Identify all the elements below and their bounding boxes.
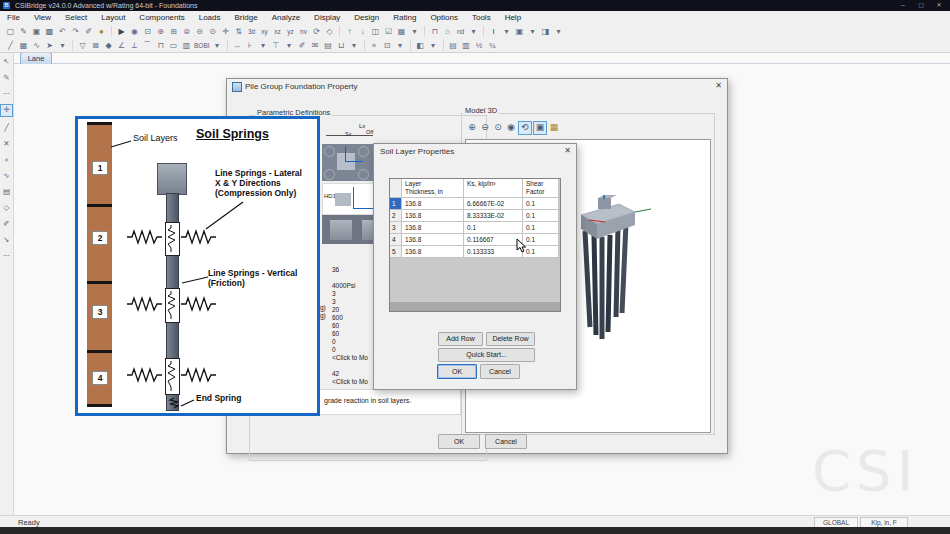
menu-item-tools[interactable]: Tools <box>465 11 498 24</box>
tab-lane[interactable]: Lane <box>20 52 52 64</box>
dropdown-chevron-icon[interactable]: ▾ <box>349 40 360 51</box>
reshape-icon[interactable]: ✎ <box>1 72 12 83</box>
spring-tool-icon[interactable]: ∿ <box>1 170 12 181</box>
cell-ks[interactable]: 0.116667 <box>464 234 523 246</box>
maximize-icon[interactable]: ▢ <box>912 0 930 11</box>
delete-icon[interactable]: ✕ <box>1 138 12 149</box>
half-fraction-icon[interactable]: ½ <box>474 40 485 51</box>
move-handle-icon[interactable]: ↔ <box>232 40 243 51</box>
cell-ks[interactable]: 6.66667E-02 <box>464 198 523 210</box>
undo-icon[interactable]: ↶ <box>57 26 68 37</box>
back-icon[interactable]: « <box>369 40 380 51</box>
menu-item-loads[interactable]: Loads <box>192 11 228 24</box>
menu-item-bridge[interactable]: Bridge <box>228 11 265 24</box>
rotate-icon[interactable]: ⟲ <box>518 121 532 135</box>
delete-row-button[interactable]: Delete Row <box>486 332 535 346</box>
cell-thickness[interactable]: 136.8 <box>402 222 464 234</box>
move-down-icon[interactable]: ↓ <box>357 26 368 37</box>
row-header-5[interactable]: 5 <box>390 246 402 258</box>
measure-icon[interactable]: ✐ <box>297 40 308 51</box>
dropdown-chevron-icon[interactable]: ▾ <box>468 26 479 37</box>
snapshot-icon[interactable]: ⊡ <box>142 26 153 37</box>
add-row-button[interactable]: Add Row <box>438 332 483 346</box>
spring-icon[interactable]: ∿ <box>31 40 42 51</box>
bridge-span-icon[interactable]: ⌒ <box>142 40 153 51</box>
display-table-icon[interactable]: ▦ <box>548 121 560 133</box>
level-icon[interactable]: ⊤ <box>271 40 282 51</box>
dropdown-chevron-icon[interactable]: ▾ <box>527 26 538 37</box>
menu-item-view[interactable]: View <box>27 11 58 24</box>
view-yz-icon[interactable]: yz <box>285 26 296 37</box>
soil-dialog-titlebar[interactable]: Soil Layer Properties ✕ <box>374 144 576 159</box>
assign-move-icon[interactable]: ✛ <box>0 104 13 117</box>
mail-icon[interactable]: ✉ <box>310 40 321 51</box>
quick-draw-icon[interactable]: ⌂ <box>442 26 453 37</box>
run-options-icon[interactable]: ◉ <box>129 26 140 37</box>
minimize-icon[interactable]: ─ <box>894 0 912 11</box>
cell-shear-factor[interactable]: 0.1 <box>523 246 559 258</box>
pointer-tool-icon[interactable]: ➤ <box>44 40 55 51</box>
cell-thickness[interactable]: 136.8 <box>402 246 464 258</box>
menu-item-rating[interactable]: Rating <box>386 11 423 24</box>
redo-icon[interactable]: ↷ <box>70 26 81 37</box>
grid-options-icon[interactable]: ▦ <box>396 26 407 37</box>
release-icon[interactable]: ⊠ <box>90 40 101 51</box>
annotate-icon[interactable]: ✐ <box>1 218 12 229</box>
draw-line-icon[interactable]: ╱ <box>5 40 16 51</box>
view-nv-icon[interactable]: nv <box>298 26 309 37</box>
cell-shear-factor[interactable]: 0.1 <box>523 234 559 246</box>
draw-line-icon[interactable]: ╱ <box>1 122 12 133</box>
dropdown-chevron-icon[interactable]: ▾ <box>212 40 223 51</box>
slope-icon[interactable]: ∠ <box>116 40 127 51</box>
menu-item-help[interactable]: Help <box>498 11 528 24</box>
orbit-icon[interactable]: ◉ <box>505 121 517 133</box>
lock-model-icon[interactable]: ● <box>96 26 107 37</box>
cell-shear-factor[interactable]: 0.1 <box>523 210 559 222</box>
snap-point-icon[interactable]: ◇ <box>1 202 12 213</box>
cell-shear-factor[interactable]: 0.1 <box>523 222 559 234</box>
menu-item-file[interactable]: File <box>0 11 27 24</box>
cell-ks[interactable]: 0.133333 <box>464 246 523 258</box>
list-primary-icon[interactable]: ▤ <box>448 40 459 51</box>
menu-item-components[interactable]: Components <box>132 11 191 24</box>
zoom-in-icon[interactable]: ⊕ <box>155 26 166 37</box>
database-icon[interactable]: ▤ <box>323 40 334 51</box>
ibeam-icon[interactable]: ⊥ <box>129 40 140 51</box>
offset-icon[interactable]: ⊦ <box>245 40 256 51</box>
menu-item-layout[interactable]: Layout <box>94 11 132 24</box>
panel-view-icon[interactable]: ◨ <box>540 26 551 37</box>
three-quarter-fraction-icon[interactable]: ¾ <box>487 40 498 51</box>
hatch-tool-icon[interactable]: ▤ <box>1 186 12 197</box>
more-dots-icon[interactable]: ⋯ <box>1 88 12 99</box>
area-section-icon[interactable]: ▭ <box>168 40 179 51</box>
table-scroll-area[interactable] <box>390 302 560 311</box>
close-icon[interactable]: ✕ <box>564 146 571 156</box>
select-check-icon[interactable]: ☑ <box>383 26 394 37</box>
corner-icon[interactable]: ↘ <box>1 234 12 245</box>
zoom-out-icon[interactable]: ⊖ <box>194 26 205 37</box>
menu-item-design[interactable]: Design <box>347 11 386 24</box>
ok-button[interactable]: OK <box>437 364 477 379</box>
dropdown-chevron-icon[interactable]: ▾ <box>57 40 68 51</box>
run-analysis-icon[interactable]: ▶ <box>116 26 127 37</box>
window-view-icon[interactable]: ▣ <box>514 26 525 37</box>
row-header-2[interactable]: 2 <box>390 210 402 222</box>
zoom-extents-icon[interactable]: ⊙ <box>492 121 504 133</box>
rotate-view-icon[interactable]: ⟳ <box>311 26 322 37</box>
row-header-4[interactable]: 4 <box>390 234 402 246</box>
section-cut-icon[interactable]: ◧ <box>415 40 426 51</box>
cell-thickness[interactable]: 136.8 <box>402 198 464 210</box>
cancel-button[interactable]: Cancel <box>480 364 520 379</box>
dropdown-chevron-icon[interactable]: ▾ <box>395 40 406 51</box>
layers-icon[interactable]: ⊡ <box>382 40 393 51</box>
object-options-icon[interactable]: ◫ <box>370 26 381 37</box>
save-icon[interactable]: ▣ <box>31 26 42 37</box>
overflow-dots-icon[interactable]: ⋯ <box>1 250 12 261</box>
dropdown-chevron-icon[interactable]: ▾ <box>428 40 439 51</box>
axes-box-icon[interactable]: ▣ <box>533 121 547 135</box>
close-icon[interactable]: ✕ <box>930 0 948 11</box>
menu-item-display[interactable]: Display <box>307 11 347 24</box>
list-secondary-icon[interactable]: ▥ <box>461 40 472 51</box>
menu-item-options[interactable]: Options <box>423 11 465 24</box>
cell-thickness[interactable]: 136.8 <box>402 210 464 222</box>
